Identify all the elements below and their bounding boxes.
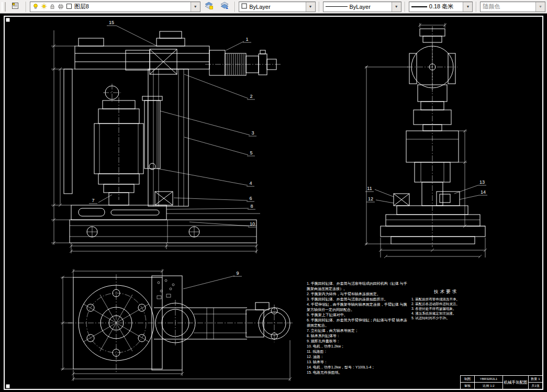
separator: [319, 2, 320, 12]
note-line: 3. 手腕回转缸体、外套筒与活塞的连接如图所示。: [307, 297, 407, 302]
callout-3: 3: [251, 130, 254, 136]
sheet-frame: [4, 16, 543, 389]
callout-13: 13: [479, 180, 485, 185]
assembly-notes: 1. 手腕回转缸体、外套筒与活塞等组成的回转机构（缸体 与手腕架由油压固定连接）…: [307, 281, 407, 375]
note-line: 8. 轴承系列缸体等：: [307, 333, 407, 339]
front-view-dimensions: [365, 23, 487, 258]
plan-view-dimensions: [61, 269, 292, 381]
layer-plot-icon[interactable]: [58, 3, 64, 10]
color-combobox[interactable]: ByLayer ▼: [239, 2, 315, 12]
layer-lock-icon[interactable]: [49, 3, 55, 10]
note-line: 4. 手臂伸缩缸，由手腕架等轴向轴承固定连接，手臂缸体 与腕架方轴保持一定的间隙…: [307, 302, 407, 312]
tech-req-line: 4. 液压系统按规定加注油液。: [411, 311, 481, 316]
callout-5: 5: [250, 150, 252, 155]
separator: [235, 2, 236, 12]
tech-req-line: 1. 装配前所有零件须清洗干净。: [411, 297, 481, 301]
technical-requirements-lines: 1. 装配前所有零件须清洗干净。2. 装配后各运动部件运转灵活。3. 各密封处不…: [411, 297, 481, 320]
tech-req-line: 3. 各密封处不得有渗漏现象。: [411, 306, 481, 311]
callout-4: 4: [249, 181, 252, 186]
callout-14: 14: [481, 189, 486, 195]
linetype-value-label: ByLayer: [350, 4, 371, 10]
layers-toolbar: 图层8 ▼ ByLayer ▼ B: [0, 0, 547, 14]
note-line: 6. 手腕回转缸体、外套筒为手臂伸缩缸；内缸体与手臂 轴承连接固定配合。: [307, 318, 407, 328]
plot-style-value-label: 随颜色: [483, 3, 500, 10]
layer-freeze-sun-icon[interactable]: [41, 3, 47, 10]
callout-11: 11: [367, 186, 372, 191]
lineweight-value-label: 0.18 毫米: [429, 3, 453, 10]
linetype-combobox[interactable]: ByLayer ▼: [323, 2, 401, 12]
title-block-maker-label: 制图: [461, 376, 474, 382]
callout-2: 2: [250, 94, 252, 99]
technical-requirements-title: 技术要求: [411, 289, 481, 295]
technical-requirements: 技术要求 1. 装配前所有零件须清洗干净。2. 装配后各运动部件运转灵活。3. …: [411, 289, 481, 320]
drawing-canvas[interactable]: 15 1 2 3 5 4 6 8 10 7 11 12 13 14 9: [0, 0, 547, 392]
layer-color-swatch[interactable]: [66, 3, 72, 10]
note-line: 2. 手腕架内为铸件，与手臂和轴承连接固定。: [307, 292, 407, 297]
side-view: [64, 31, 281, 243]
callout-6: 6: [249, 196, 252, 201]
layers-stack-icon: [204, 2, 214, 12]
callout-12: 12: [368, 196, 373, 201]
layers-arrow-icon: [220, 2, 229, 12]
callout-1: 1: [245, 37, 248, 42]
tech-req-line: 2. 装配后各运动部件运转灵活。: [411, 301, 481, 306]
separator: [476, 2, 477, 12]
title-block-checker-label: 审核: [461, 383, 474, 389]
toolbar-grip[interactable]: [2, 2, 6, 12]
title-block-sheet: 共1张: [529, 383, 542, 389]
color-swatch-icon: [241, 3, 247, 10]
linetype-sample-icon: [326, 6, 348, 7]
plan-view: [68, 274, 293, 373]
callout-10: 10: [250, 221, 255, 227]
layer-previous-button[interactable]: [218, 1, 232, 13]
color-dropdown-arrow[interactable]: ▼: [306, 2, 315, 12]
callout-numbers: 15 1 2 3 5 4 6 8 10 7 11 12 13 14 9: [92, 20, 486, 276]
layer-properties-button[interactable]: [8, 1, 23, 13]
title-block-drawing-title: 机械手装配图: [503, 376, 528, 389]
note-line: 13. 轴承等：: [307, 360, 407, 365]
plot-style-dropdown-arrow[interactable]: ▼: [535, 2, 545, 12]
lineweight-dropdown-arrow[interactable]: ▼: [463, 2, 472, 12]
color-value-label: ByLayer: [249, 4, 270, 10]
title-block-drawing-no: YBR32R2L1: [475, 376, 503, 382]
note-line: 7. 立柱缸体，由方轴承等固定；: [307, 328, 407, 333]
layer-on-bulb-icon[interactable]: [32, 3, 39, 10]
linetype-dropdown-arrow[interactable]: ▼: [392, 2, 401, 12]
front-view-leaders: [365, 185, 487, 203]
title-block-qty: 数量 1: [529, 376, 542, 382]
callout-8: 8: [250, 204, 253, 209]
plot-style-combobox[interactable]: 随颜色 ▼: [480, 2, 545, 12]
note-line: 5. 手腕架上下缸体对中。: [307, 312, 407, 318]
title-block: 制图 YBR32R2L1 机械手装配图 数量 1 审核 比例 1:2 共1张: [460, 375, 543, 389]
layer-name-label: 图层8: [74, 3, 89, 10]
callout-15: 15: [109, 20, 114, 25]
separator: [26, 2, 27, 12]
layer-manager-icon: [11, 2, 19, 12]
layer-dropdown-arrow[interactable]: ▼: [191, 2, 200, 12]
layer-combobox[interactable]: 图层8 ▼: [30, 2, 200, 12]
lineweight-combobox[interactable]: 0.18 毫米 ▼: [409, 2, 473, 12]
make-object-layer-current-button[interactable]: [202, 1, 216, 13]
note-line: 14. 电机，功率1.2kw，型号：Y100L1-4；: [307, 365, 407, 370]
note-line: 10. 电机，功率1.2kw；: [307, 344, 407, 349]
plan-view-leaders: [183, 276, 242, 289]
front-view: [381, 26, 485, 247]
tech-req-line: 5. 试运转时间不少于2h。: [411, 316, 481, 320]
callout-7: 7: [92, 198, 94, 203]
note-line: 15. 电路元件按图纸。: [307, 370, 407, 375]
separator: [405, 2, 406, 12]
callout-9: 9: [236, 271, 239, 276]
note-line: 11. 线路图：: [307, 349, 407, 354]
note-line: 12. 油路：: [307, 354, 407, 360]
title-block-scale: 比例 1:2: [475, 383, 503, 389]
note-line: 1. 手腕回转缸体、外套筒与活塞等组成的回转机构（缸体 与手腕架由油压固定连接）…: [307, 281, 407, 292]
note-line: 9. 观察孔件盖板等：: [307, 339, 407, 344]
lineweight-sample-icon: [411, 6, 427, 7]
